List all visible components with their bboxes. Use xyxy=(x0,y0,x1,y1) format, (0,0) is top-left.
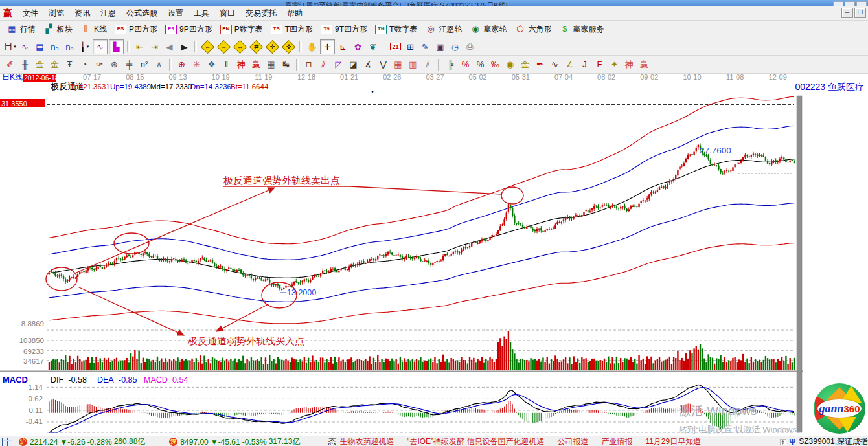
percent-tri-icon[interactable]: % xyxy=(459,58,472,71)
t-square-button[interactable]: TST四方形 xyxy=(267,23,317,36)
hexagon-button[interactable]: ⬡六角形 xyxy=(510,23,555,36)
menu-item-公式选股[interactable]: 公式选股 xyxy=(121,7,163,19)
first-page-icon[interactable]: ⇤ xyxy=(133,40,146,54)
ticker-headline[interactable]: “去IOE”持续发酵 信息设备国产化迎机遇 xyxy=(407,437,544,446)
mdi-button[interactable]: ─ xyxy=(841,8,853,18)
span-arrow-icon[interactable]: ↹ xyxy=(279,58,293,71)
anchor-box-icon[interactable]: ⊓ xyxy=(302,58,315,71)
j-angle-icon[interactable]: J xyxy=(578,58,591,71)
gann-circle-icon[interactable]: ⊛ xyxy=(108,58,121,71)
menu-item-帮助[interactable]: 帮助 xyxy=(282,7,308,19)
p9-square-button[interactable]: P99P四方形 xyxy=(161,23,216,36)
f-ruler-icon[interactable]: Ŧ xyxy=(63,58,76,71)
mdi-button[interactable]: ❐ xyxy=(854,8,866,18)
shrink-diamond-icon[interactable]: ← xyxy=(200,40,215,54)
gann-grid-tool-icon[interactable]: ╫ xyxy=(18,58,32,71)
calendar-icon[interactable]: 21 xyxy=(389,40,402,54)
menu-item-设置[interactable]: 设置 xyxy=(163,7,188,19)
menu-item-窗口[interactable]: 窗口 xyxy=(214,7,240,19)
prev-page-icon[interactable]: ◀ xyxy=(163,40,176,54)
menu-item-工具[interactable]: 工具 xyxy=(188,7,214,19)
index-quote-沪[interactable]: 沪2214.24▼-6.26-0.28%260.88亿 xyxy=(16,436,147,446)
menu-item-浏览[interactable]: 浏览 xyxy=(43,7,69,19)
tick-ruler-icon[interactable]: ╪ xyxy=(122,58,136,71)
win-mark-icon[interactable]: 赢 xyxy=(249,58,263,71)
t-table-button[interactable]: TNT数字表 xyxy=(371,23,421,36)
ticker-headline[interactable]: 公司报道 xyxy=(557,437,588,446)
parallel-lines-icon[interactable]: ⫽ xyxy=(421,58,435,71)
gold-ruler-2-icon[interactable]: 金 xyxy=(48,58,62,71)
god-mark-icon[interactable]: 神 xyxy=(234,58,248,71)
ink-angle-icon[interactable]: ✒ xyxy=(533,58,547,71)
full-diamond-icon[interactable]: ✜ xyxy=(281,40,296,54)
f10-info-icon[interactable]: ▤ xyxy=(33,40,47,54)
angle-measure-icon[interactable]: ⊾ xyxy=(336,40,350,54)
fan-dark-icon[interactable]: ◪ xyxy=(347,58,360,71)
red-grid-icon[interactable]: ▦ xyxy=(391,58,405,71)
p-square-button[interactable]: PSP四方形 xyxy=(111,23,161,36)
scale-ruler-icon[interactable]: ╠ xyxy=(444,58,457,71)
ticker-headline[interactable]: 产业情报 xyxy=(601,437,632,446)
brush-tool-icon[interactable]: ✐ xyxy=(3,58,17,71)
window-controls[interactable] xyxy=(833,1,867,6)
gold-angle-icon[interactable]: ∠ xyxy=(563,58,577,71)
angle-ruler-icon[interactable]: ✑ xyxy=(93,58,106,71)
t9-square-button[interactable]: T99T四方形 xyxy=(317,23,371,36)
chart-canvas[interactable]: 极反通道强势外轨线卖出点极反通道弱势外轨线买入点13.200027.7600日K… xyxy=(0,74,868,436)
f-angle-icon[interactable]: F xyxy=(593,58,606,71)
menu-item-文件[interactable]: 文件 xyxy=(17,7,43,19)
calculator-icon[interactable]: ⊞ xyxy=(404,40,417,54)
gold-ruler-1-icon[interactable]: 金 xyxy=(33,58,47,71)
gold-fan-icon[interactable]: ✦ xyxy=(608,58,621,71)
period-day-selector[interactable]: 日▾ xyxy=(3,40,17,54)
fan-red-icon[interactable]: ⫽ xyxy=(317,58,330,71)
notes-icon[interactable]: ✎ xyxy=(418,40,432,54)
gold-circle-icon[interactable]: ◉ xyxy=(503,58,517,71)
gold-line-icon[interactable]: 金 xyxy=(518,58,532,71)
winner-service-button[interactable]: $赢家服务 xyxy=(555,23,608,36)
red-target-icon[interactable]: ⊕ xyxy=(175,58,188,71)
menu-item-交易委托[interactable]: 交易委托 xyxy=(240,7,282,19)
v-wave-icon[interactable]: ⋁ xyxy=(376,58,390,71)
grid-123-icon[interactable]: ▦ xyxy=(264,58,278,71)
expand-diamond-icon[interactable]: ↔ xyxy=(233,40,247,54)
mdi-window-buttons[interactable]: ─❐ xyxy=(841,8,866,18)
god-angle-icon[interactable]: 神 xyxy=(622,58,636,71)
candle-style-icon[interactable]: ╽▾ xyxy=(78,40,91,54)
save-icon[interactable]: ▣ xyxy=(433,40,447,54)
indicator-dropdown-icon[interactable]: ▾ xyxy=(371,89,374,95)
wave-box-icon[interactable]: ∿ xyxy=(548,58,562,71)
menu-item-资讯[interactable]: 资讯 xyxy=(69,7,95,19)
quotes-grid-icon[interactable] xyxy=(2,438,12,446)
permille-icon[interactable]: ‰ xyxy=(488,58,502,71)
kline-button[interactable]: ⫼K线 xyxy=(76,23,111,36)
menu-item-江恩[interactable]: 江恩 xyxy=(95,7,121,19)
cross-diamond-icon[interactable]: ✛ xyxy=(265,40,280,54)
fan-purple-icon[interactable]: ◸ xyxy=(332,58,345,71)
ticker-headline[interactable]: 11月29日早知道 xyxy=(645,437,701,446)
rays-icon[interactable]: ∡ xyxy=(361,58,375,71)
swap-diamond-icon[interactable]: ⇄ xyxy=(249,40,264,54)
flower-tool-icon[interactable]: ✿ xyxy=(351,40,365,54)
red-web-icon[interactable]: ✳ xyxy=(190,58,203,71)
cluster-tool-icon[interactable]: ❦ xyxy=(366,40,380,54)
sectors-button[interactable]: ▞板块 xyxy=(40,23,76,36)
quotes-button[interactable]: ▦行情 xyxy=(3,23,40,36)
pulse-mark-icon[interactable]: ǁ xyxy=(220,58,233,71)
winner-wheel-button[interactable]: ◉赢家轮 xyxy=(466,23,510,36)
n-square-icon[interactable]: n² xyxy=(137,58,151,71)
crosshair-icon[interactable]: ✛ xyxy=(320,39,335,54)
ticker-headline[interactable]: 生物农药迎机遇 xyxy=(339,437,394,446)
grow-diamond-icon[interactable]: → xyxy=(216,40,231,54)
red-grid-2-icon[interactable]: ▥ xyxy=(406,58,420,71)
gann-wheel-button[interactable]: ◎江恩轮 xyxy=(421,23,466,36)
time-spiral-icon[interactable]: ◔ xyxy=(78,58,91,71)
minutes-3-icon[interactable]: n₃ xyxy=(48,40,62,54)
percent-icon[interactable]: % xyxy=(474,58,487,71)
timeshare-icon[interactable]: ∿ xyxy=(18,40,32,54)
web-grid-icon[interactable]: ❖ xyxy=(205,58,218,71)
p-table-button[interactable]: PNP数字表 xyxy=(216,23,267,36)
index-quote-深[interactable]: 深8497.00▼-45.61-0.53%317.13亿 xyxy=(166,436,302,446)
volume-profile-icon[interactable]: ▙ xyxy=(109,39,124,54)
ticker-spinner[interactable]: ▲▼ xyxy=(780,439,786,445)
